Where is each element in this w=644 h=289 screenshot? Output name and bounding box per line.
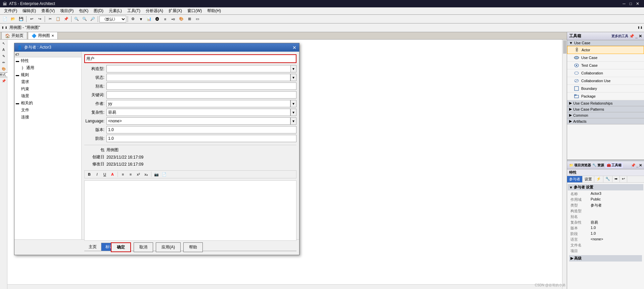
stereotype-input[interactable] [106, 65, 290, 72]
diagram-tool-1[interactable]: ✎ [1, 53, 7, 59]
version-input[interactable] [106, 126, 296, 133]
usecase-section-header[interactable]: ▼ Use Case [567, 40, 644, 46]
diagram-tool-3[interactable]: 📌 [1, 78, 7, 84]
artifacts-section-header[interactable]: ▶ Artifacts [567, 118, 644, 124]
status-input[interactable] [106, 74, 290, 81]
rte-content-area[interactable] [84, 180, 296, 241]
toolbox-pin-icon[interactable]: 📌 [629, 34, 634, 39]
props-tab-icon3[interactable]: ➡ [612, 176, 620, 182]
menu-item-4[interactable]: 包(K) [76, 7, 91, 14]
common-section-header[interactable]: ▶ Common [567, 112, 644, 118]
tree-item-general[interactable]: ├ 通用 [14, 64, 81, 71]
diagram-tool-style[interactable]: 🎨 [1, 66, 7, 72]
apply-button[interactable]: 应用(A) [156, 242, 181, 252]
stereotype-btn[interactable]: ▼ [290, 65, 296, 72]
language-btn[interactable]: ▼ [290, 117, 296, 125]
props-tab-icon2[interactable]: 🔧 [603, 176, 612, 182]
menu-item-6[interactable]: 元素(L) [106, 7, 125, 14]
tab-home[interactable]: 🏠 开始页 [1, 32, 27, 39]
diagram-canvas[interactable]: 🔍 Actor3 👤 参与者 : Actor3 [7, 40, 567, 289]
maximize-btn[interactable]: □ [628, 1, 634, 6]
rte-link[interactable]: 📄 [161, 171, 168, 177]
project-browser-tab[interactable]: 📁 项目浏览器 [569, 163, 591, 168]
keywords-input[interactable] [106, 91, 296, 99]
complexity-btn[interactable]: ▼ [290, 109, 296, 116]
rte-italic[interactable]: I [94, 171, 100, 177]
expand-icon[interactable]: ⬆⬇ [637, 26, 643, 30]
filter-btn[interactable]: ▼ [137, 15, 145, 23]
diagram-tool-select[interactable]: ↖ [1, 40, 7, 46]
tree-item-constraints[interactable]: 约束 [14, 85, 81, 93]
props-collapse-icon[interactable]: _ [636, 163, 638, 168]
toolbox-item-usecase[interactable]: Use Case [567, 54, 644, 62]
close-btn[interactable]: ✕ [634, 1, 641, 6]
table-btn[interactable]: 📊 [145, 15, 153, 23]
search-btn[interactable]: 🔍 [73, 15, 80, 23]
author-btn[interactable]: ▼ [290, 100, 296, 107]
toolbox-close-icon[interactable]: ✕ [639, 34, 642, 39]
menu-item-7[interactable]: 工具(T) [125, 7, 143, 14]
cut-btn[interactable]: ✂ [46, 15, 54, 23]
profile-dropdown[interactable]: 《默认》 [99, 16, 126, 22]
format-btn[interactable]: 🅐 [153, 15, 161, 23]
tree-item-requirements[interactable]: 需求 [14, 78, 81, 85]
toolbox-more-link[interactable]: 更多的工具 [611, 34, 628, 39]
rte-list-unordered[interactable]: ≡ [120, 171, 126, 177]
alias-input[interactable] [106, 82, 296, 90]
author-input[interactable] [106, 100, 290, 107]
rte-underline[interactable]: U [101, 171, 108, 177]
tab-main[interactable]: 主页 [84, 243, 101, 251]
toolbox-item-package[interactable]: Package [567, 93, 644, 100]
help-button[interactable]: 帮助 [183, 242, 203, 252]
props-tab-icon4[interactable]: ↩ [620, 176, 627, 182]
props-tab-icon1[interactable]: ⚡ [594, 176, 603, 182]
ok-button[interactable]: 确定 [111, 242, 131, 252]
tree-item-features[interactable]: ▬ 特性 [14, 57, 81, 64]
menu-item-9[interactable]: 扩展(X) [166, 7, 185, 14]
diagram-tool-2[interactable]: ✏ [1, 59, 7, 65]
menu-item-11[interactable]: 帮助(H) [204, 7, 224, 14]
toolbox-tab[interactable]: 🧰 工具箱 [605, 163, 623, 168]
toolbox-item-actor[interactable]: Actor [567, 46, 644, 54]
scrollbar-v[interactable] [562, 40, 567, 289]
tab-diagram-close[interactable]: ✕ [51, 34, 54, 38]
rte-font[interactable]: A [109, 171, 116, 177]
phase-input[interactable] [106, 135, 296, 142]
rte-subscript[interactable]: x₂ [143, 171, 149, 177]
patterns-section-header[interactable]: ▶ Use Case Patterns [567, 106, 644, 112]
diagram-tool-text[interactable]: A [1, 47, 7, 53]
minimize-btn[interactable]: ─ [620, 1, 628, 6]
scrollbar-h[interactable] [7, 284, 562, 289]
name-input[interactable] [86, 56, 295, 62]
grid-btn[interactable]: ⊞ [186, 15, 193, 23]
props-close-icon[interactable]: ✕ [639, 163, 642, 168]
tree-item-scenarios[interactable]: 场景 [14, 93, 81, 100]
toolbox-item-testcase[interactable]: Test Case [567, 62, 644, 69]
language-input[interactable] [106, 117, 290, 125]
name-field-container[interactable] [84, 54, 296, 63]
toolbox-item-collaboration-use[interactable]: Collaboration Use [567, 77, 644, 85]
copy-btn[interactable]: 📋 [54, 15, 62, 23]
props-section-actor-settings[interactable]: ▼ 参与者 设置 [568, 184, 643, 190]
bullet-btn[interactable]: •≡ [170, 15, 177, 23]
color-btn[interactable]: 🎨 [178, 15, 185, 23]
undo-btn[interactable]: ↩ [28, 15, 35, 23]
dialog-close-btn[interactable]: ✕ [292, 45, 296, 50]
menu-item-2[interactable]: 查看(V) [39, 7, 57, 14]
rte-image[interactable]: 📷 [153, 171, 160, 177]
menu-item-3[interactable]: 项目(P) [57, 7, 76, 14]
tree-item-links[interactable]: 连接 [14, 114, 81, 121]
new-btn[interactable]: 📄 [1, 15, 9, 23]
zoomin-btn[interactable]: 🔍 [81, 15, 88, 23]
paste-btn[interactable]: 📌 [62, 15, 70, 23]
rect-btn[interactable]: ▭ [194, 15, 201, 23]
toolbox-item-boundary[interactable]: Boundary [567, 85, 644, 93]
save-btn[interactable]: 💾 [17, 15, 25, 23]
menu-item-8[interactable]: 分析器(A) [143, 7, 166, 14]
props-tab-settings[interactable]: 设置 [583, 176, 594, 182]
menu-item-0[interactable]: 文件(F) [1, 7, 20, 14]
relationships-section-header[interactable]: ▶ Use Case Relationships [567, 100, 644, 106]
status-btn[interactable]: ▼ [290, 74, 296, 81]
list-btn[interactable]: ≡ [162, 15, 169, 23]
toolbox-item-collaboration[interactable]: Collaboration [567, 69, 644, 77]
